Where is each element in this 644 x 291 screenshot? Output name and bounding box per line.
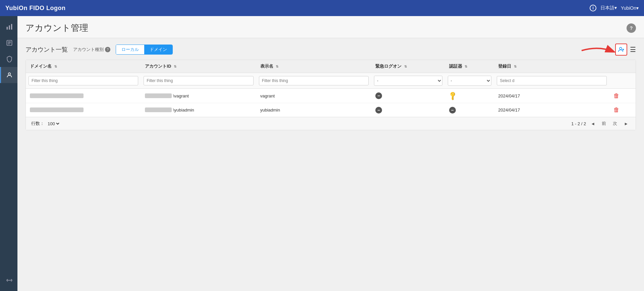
cell-account-1: \vagrant [141,89,256,103]
filter-date-input[interactable] [497,76,606,85]
svg-rect-2 [11,24,12,30]
filter-actions-cell [609,73,636,89]
filter-row: - - [26,73,636,89]
rows-label: 行数： [31,121,44,127]
sort-icon-domain[interactable]: ⇅ [54,65,57,68]
add-user-icon [618,46,625,53]
sidebar-item-security[interactable] [0,51,17,67]
col-header-account: アカウントID ⇅ [141,60,256,73]
cell-date-2: 2024/04/17 [494,103,609,117]
info-icon[interactable]: i [590,5,596,11]
page-header: アカウント管理 ? [17,16,644,38]
topbar-right: i 日本語▾ YubiOn▾ [590,5,639,11]
next-page-button[interactable]: 次 [611,120,619,127]
svg-point-7 [8,73,10,75]
prev-page-button[interactable]: 前 [600,120,608,127]
sidebar-item-reports[interactable] [0,35,17,51]
filter-emergency-select[interactable]: - [374,76,442,86]
filter-date-cell [494,73,609,89]
delete-icon-1[interactable]: 🗑 [613,92,620,99]
account-suffix-2: \yubiadmin [173,107,194,113]
filter-display-input[interactable] [259,76,369,85]
delete-icon-2[interactable]: 🗑 [613,106,620,113]
account-type-toggle: ローカル ドメイン [116,45,173,55]
cell-date-1: 2024/04/17 [494,89,609,103]
layout: アカウント管理 ? アカウント一覧 アカウント種別 ? ローカル ドメイン [0,16,644,291]
col-header-date: 登録日 ⇅ [494,60,609,73]
sort-icon-emergency[interactable]: ⇅ [404,65,407,68]
authenticator-minus-icon-2: − [449,107,456,114]
language-selector[interactable]: 日本語▾ [600,5,617,11]
sub-header: アカウント一覧 アカウント種別 ? ローカル ドメイン [25,44,636,56]
chart-icon [6,23,13,30]
filter-domain-input[interactable] [29,76,138,85]
filter-authenticator-cell: - [445,73,494,89]
help-icon[interactable]: ? [627,23,636,33]
table-menu-icon[interactable]: ☰ [630,46,636,54]
col-header-emergency: 緊急ログオン ⇅ [371,60,445,73]
table-row: \yubiadmin yubiadmin − − 2024/04/ [26,103,636,117]
user-menu[interactable]: YubiOn▾ [621,5,639,11]
rows-selector: 行数： 100 50 25 [31,121,60,127]
reports-icon [6,40,13,46]
rows-per-page-select[interactable]: 100 50 25 [46,121,60,127]
sub-header-right: ☰ [615,44,636,56]
cell-display-1: vagrant [256,89,371,103]
table-header-row: ドメイン名 ⇅ アカウントID ⇅ 表示名 ⇅ [26,60,636,73]
topbar: YubiOn FIDO Logon i 日本語▾ YubiOn▾ [0,0,644,16]
filter-authenticator-select[interactable]: - [448,76,492,86]
cell-domain-2 [26,103,141,117]
section-title: アカウント一覧 [25,46,68,54]
app-title: YubiOn FIDO Logon [5,5,65,12]
emergency-minus-icon-2: − [375,107,382,114]
emergency-minus-icon-1: − [375,92,382,99]
toggle-local[interactable]: ローカル [116,45,144,54]
accounts-table: ドメイン名 ⇅ アカウントID ⇅ 表示名 ⇅ [25,60,636,130]
filter-domain-cell [26,73,141,89]
filter-emergency-cell: - [371,73,445,89]
sort-icon-date[interactable]: ⇅ [514,65,517,68]
sort-icon-display[interactable]: ⇅ [276,65,278,68]
cell-delete-2: 🗑 [609,103,636,117]
sidebar-item-chart[interactable] [0,19,17,35]
cell-display-2: yubiadmin [256,103,371,117]
col-header-authenticator: 認証器 ⇅ [445,60,494,73]
table-row: \vagrant vagrant − 🔑 2024/04/17 [26,89,636,103]
blurred-domain-2 [30,107,84,112]
next-nav-icon[interactable]: ► [622,121,630,127]
cell-emergency-1: − [371,89,445,103]
pagination-right: 1 - 2 / 2 ◄ 前 次 ► [571,120,630,127]
account-suffix-1: \vagrant [173,93,189,98]
main-content: アカウント管理 ? アカウント一覧 アカウント種別 ? ローカル ドメイン [17,16,644,291]
pagination-bar: 行数： 100 50 25 1 - 2 / 2 ◄ 前 次 ► [26,117,636,130]
blurred-account-1 [145,93,172,98]
key-icon-1: 🔑 [447,90,458,101]
toggle-domain[interactable]: ドメイン [144,45,172,54]
svg-rect-1 [9,25,10,30]
account-type-help[interactable]: ? [105,47,110,52]
cell-domain-1 [26,89,141,103]
sort-icon-authenticator[interactable]: ⇅ [465,65,467,68]
col-header-display: 表示名 ⇅ [256,60,371,73]
filter-account-input[interactable] [144,76,253,85]
account-type-label: アカウント種別 ? [73,47,110,53]
page-title: アカウント管理 [25,22,88,34]
sidebar-item-users[interactable] [0,67,17,83]
col-header-actions [609,60,636,73]
sort-icon-account[interactable]: ⇅ [174,65,176,68]
shield-icon [6,56,13,62]
blurred-domain-1 [30,93,84,98]
blurred-account-2 [145,107,172,112]
sidebar-item-collapse[interactable] [0,272,17,288]
filter-account-cell [141,73,256,89]
cell-authenticator-2: − [445,103,494,117]
arrows-icon [6,277,13,284]
add-user-button[interactable] [615,44,627,56]
col-header-domain: ドメイン名 ⇅ [26,60,141,73]
content-area: アカウント一覧 アカウント種別 ? ローカル ドメイン [17,38,644,291]
users-icon [6,72,13,78]
page-info: 1 - 2 / 2 [571,121,586,126]
sidebar-bottom [0,272,17,291]
cell-account-2: \yubiadmin [141,103,256,117]
prev-nav-icon[interactable]: ◄ [589,121,597,127]
